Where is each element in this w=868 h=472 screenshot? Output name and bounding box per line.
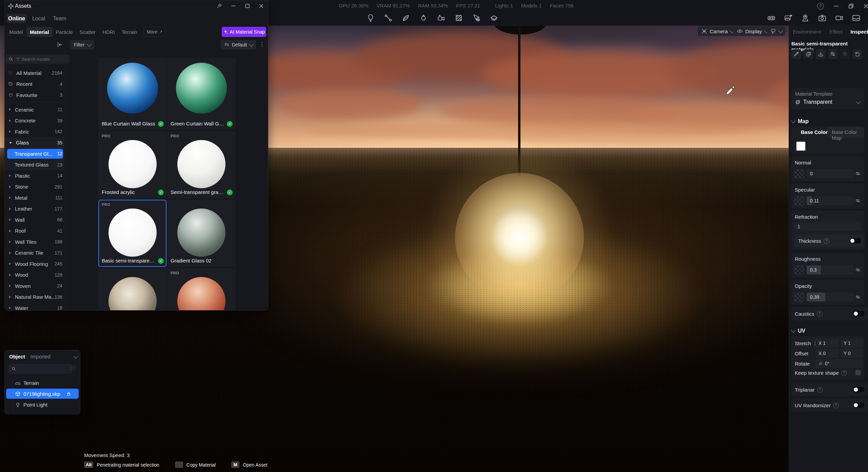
scene-item-terrain[interactable]: Terrain	[5, 377, 80, 388]
view-mode-dropdown[interactable]	[767, 26, 785, 36]
offset-x-input[interactable]: X 0	[815, 349, 839, 358]
normal-map-slot[interactable]	[794, 169, 804, 178]
map-section-header[interactable]: Map	[792, 118, 809, 124]
category-concrete[interactable]: Concrete39	[5, 115, 64, 126]
category-wall[interactable]: Wall68	[5, 214, 64, 225]
object-grid-view-button[interactable]	[70, 365, 76, 371]
specular-value-input[interactable]: 0.11	[807, 196, 854, 205]
opacity-adjust-button[interactable]	[854, 293, 862, 301]
more-tabs-button[interactable]: More ↗	[143, 27, 166, 37]
help-icon[interactable]: ?	[817, 387, 823, 393]
material-tool-button[interactable]	[490, 14, 498, 22]
roughness-adjust-button[interactable]	[854, 266, 862, 274]
thickness-toggle-off[interactable]	[850, 238, 861, 243]
category-roof[interactable]: Roof41	[5, 225, 64, 237]
stretch-x-input[interactable]: X 1	[815, 339, 839, 348]
select-add-button[interactable]	[472, 14, 481, 22]
collapse-sidebar-icon[interactable]	[56, 41, 63, 48]
caustics-toggle-off[interactable]	[853, 311, 865, 316]
tab-model[interactable]: Model	[9, 27, 26, 37]
reset-material-button[interactable]	[852, 49, 862, 59]
tab-hdri[interactable]: HDRI	[99, 27, 118, 37]
render-queue-button[interactable]	[852, 14, 861, 22]
help-icon[interactable]: ?	[841, 370, 847, 376]
scene-item-0719lighting-selected[interactable]: 0719lighting.skp	[5, 388, 80, 399]
opacity-value-input[interactable]: 0.39	[807, 293, 854, 301]
category-wall-tiles[interactable]: Wall Tiles198	[5, 236, 64, 248]
maximize-icon[interactable]	[245, 3, 250, 8]
material-card-semi-transparent-gradient[interactable]: PRO Semi-transparent gradien... ✓	[167, 131, 235, 198]
filter-button[interactable]: Filter	[70, 40, 94, 50]
rotate-input[interactable]: 0°	[815, 359, 863, 368]
help-icon[interactable]: ?	[817, 311, 823, 317]
normal-adjust-button[interactable]	[854, 170, 862, 177]
screenshot-button[interactable]	[818, 14, 827, 22]
location-button[interactable]	[801, 14, 810, 22]
collection-all-material[interactable]: All Material 2164	[5, 67, 64, 79]
roughness-value-input[interactable]: 0.3	[807, 266, 854, 274]
tab-inspector[interactable]: Inspector	[850, 29, 868, 35]
material-card-partial-pro[interactable]: PRO	[167, 268, 235, 311]
tab-imported[interactable]: Imported	[31, 354, 51, 359]
sort-dropdown[interactable]: Default	[221, 40, 256, 50]
stretch-y-input[interactable]: Y 1	[841, 339, 863, 348]
material-card-gradient-glass-02[interactable]: Gradient Glass 02	[167, 200, 235, 267]
add-camera-button[interactable]	[437, 14, 446, 22]
category-woven[interactable]: Woven24	[5, 280, 64, 292]
keep-texture-checkbox[interactable]	[855, 370, 861, 375]
collection-recent[interactable]: Recent 4	[5, 79, 64, 90]
pin-icon[interactable]	[216, 3, 222, 9]
tab-scatter[interactable]: Scatter	[76, 27, 99, 37]
tab-team[interactable]: Team	[53, 16, 66, 22]
base-color-map-tab[interactable]: Base Color Map	[832, 129, 864, 141]
video-button[interactable]	[835, 14, 844, 22]
uv-randomizer-toggle-off[interactable]	[853, 402, 865, 408]
material-card-partial[interactable]	[98, 268, 166, 311]
more-options-icon[interactable]: ⋮	[259, 41, 265, 48]
collapse-panel-icon[interactable]	[73, 354, 78, 359]
section-box-button[interactable]	[454, 14, 463, 22]
light-tool-button[interactable]	[366, 14, 375, 22]
tab-effect[interactable]: Effect	[829, 29, 842, 35]
assets-search-input[interactable]: "/" Search Assets	[6, 55, 70, 64]
camera-dropdown[interactable]: Camera	[698, 26, 737, 36]
category-glass[interactable]: Glass35	[5, 137, 64, 149]
collection-favourite[interactable]: Favourite 3	[5, 90, 64, 101]
save-material-button[interactable]	[816, 49, 826, 59]
minimize-button[interactable]	[833, 3, 839, 9]
category-water[interactable]: Water18	[5, 302, 64, 311]
triplanar-toggle-off[interactable]	[853, 387, 865, 392]
effects-tool-button[interactable]	[419, 14, 428, 22]
offset-y-input[interactable]: Y 0	[841, 349, 863, 358]
category-plastic[interactable]: Plastic14	[5, 170, 64, 181]
tab-local[interactable]: Local	[32, 16, 45, 22]
base-color-tab[interactable]: Base Color	[801, 129, 828, 135]
help-icon[interactable]: ?	[833, 402, 839, 408]
category-wood[interactable]: Wood128	[5, 270, 64, 281]
refraction-value-input[interactable]: 1	[794, 222, 861, 231]
tab-terrain[interactable]: Terrain	[118, 27, 141, 37]
display-dropdown[interactable]: Display	[733, 26, 771, 36]
category-ceramic[interactable]: Ceramic11	[5, 104, 64, 115]
category-stone[interactable]: Stone291	[5, 181, 64, 193]
close-button[interactable]	[863, 3, 868, 9]
category-textured-glass[interactable]: Textured Glass23	[5, 159, 64, 171]
path-tool-button[interactable]	[384, 14, 393, 22]
category-wood-flooring[interactable]: Wood Flooring245	[5, 258, 64, 270]
material-card-basic-semi-transparent-selected[interactable]: PRO Basic semi-transparent m... ✓	[98, 200, 166, 267]
duplicate-material-button[interactable]	[804, 49, 813, 59]
minimize-icon[interactable]	[231, 3, 236, 8]
lock-icon[interactable]	[66, 391, 71, 396]
tab-material[interactable]: Material	[26, 27, 53, 37]
specular-adjust-button[interactable]	[854, 197, 862, 204]
normal-value-input[interactable]: 0	[807, 169, 854, 178]
base-color-swatch[interactable]	[796, 141, 806, 151]
help-button[interactable]: ?	[817, 3, 824, 9]
tab-environment[interactable]: Environment	[793, 29, 821, 35]
specular-map-slot[interactable]	[794, 196, 804, 205]
material-card-green-curtain-wall-glass[interactable]: Green Curtain Wall Glass ✓	[167, 58, 235, 130]
category-metal[interactable]: Metal111	[5, 192, 64, 203]
close-icon[interactable]	[259, 3, 264, 8]
help-icon[interactable]: ?	[824, 238, 829, 244]
tab-online[interactable]: Online	[7, 14, 26, 23]
